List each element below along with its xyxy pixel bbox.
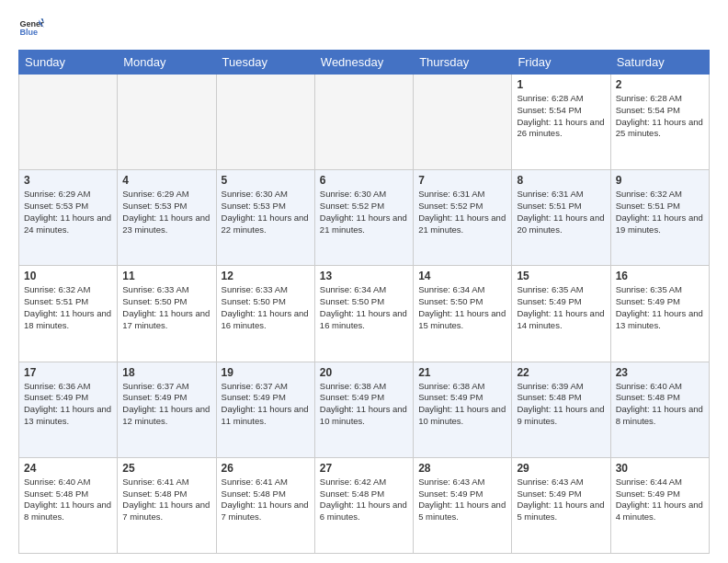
day-number: 19: [222, 366, 310, 379]
day-number: 10: [24, 270, 112, 282]
weekday-header-tuesday: Tuesday: [216, 51, 314, 75]
day-cell-21: 21Sunrise: 6:38 AMSunset: 5:49 PMDayligh…: [414, 362, 512, 457]
day-cell-4: 4Sunrise: 6:29 AMSunset: 5:53 PMDaylight…: [118, 170, 216, 266]
day-number: 26: [222, 462, 310, 475]
day-number: 27: [320, 462, 408, 475]
day-cell-9: 9Sunrise: 6:32 AMSunset: 5:51 PMDaylight…: [610, 170, 709, 266]
day-number: 17: [24, 366, 112, 379]
day-cell-8: 8Sunrise: 6:31 AMSunset: 5:51 PMDaylight…: [512, 170, 610, 266]
day-number: 6: [320, 174, 408, 187]
day-number: 18: [122, 366, 210, 379]
day-number: 11: [122, 270, 210, 282]
weekday-header-monday: Monday: [118, 51, 216, 75]
day-cell-11: 11Sunrise: 6:33 AMSunset: 5:50 PMDayligh…: [118, 266, 216, 362]
empty-cell: [216, 75, 314, 170]
day-info: Sunrise: 6:35 AMSunset: 5:49 PMDaylight:…: [517, 284, 605, 331]
svg-text:Blue: Blue: [19, 28, 38, 37]
day-info: Sunrise: 6:33 AMSunset: 5:50 PMDaylight:…: [222, 284, 310, 331]
day-number: 29: [517, 462, 605, 475]
day-info: Sunrise: 6:42 AMSunset: 5:48 PMDaylight:…: [320, 477, 408, 523]
day-info: Sunrise: 6:37 AMSunset: 5:49 PMDaylight:…: [122, 381, 210, 428]
day-info: Sunrise: 6:32 AMSunset: 5:51 PMDaylight:…: [616, 189, 704, 236]
calendar-week-2: 3Sunrise: 6:29 AMSunset: 5:53 PMDaylight…: [19, 170, 710, 266]
day-info: Sunrise: 6:40 AMSunset: 5:48 PMDaylight:…: [24, 477, 112, 523]
day-number: 28: [418, 462, 506, 475]
day-cell-7: 7Sunrise: 6:31 AMSunset: 5:52 PMDaylight…: [414, 170, 512, 266]
day-number: 8: [517, 174, 605, 187]
day-info: Sunrise: 6:31 AMSunset: 5:51 PMDaylight:…: [517, 189, 605, 236]
day-info: Sunrise: 6:34 AMSunset: 5:50 PMDaylight:…: [320, 284, 408, 331]
logo-icon: General Blue: [18, 15, 44, 40]
weekday-header-wednesday: Wednesday: [314, 51, 413, 75]
day-cell-6: 6Sunrise: 6:30 AMSunset: 5:52 PMDaylight…: [314, 170, 413, 266]
day-info: Sunrise: 6:30 AMSunset: 5:52 PMDaylight:…: [320, 189, 408, 236]
day-info: Sunrise: 6:44 AMSunset: 5:49 PMDaylight:…: [616, 477, 704, 523]
weekday-header-row: SundayMondayTuesdayWednesdayThursdayFrid…: [19, 51, 710, 75]
day-info: Sunrise: 6:35 AMSunset: 5:49 PMDaylight:…: [616, 284, 704, 331]
day-number: 21: [418, 366, 506, 379]
day-number: 30: [616, 462, 704, 475]
day-info: Sunrise: 6:28 AMSunset: 5:54 PMDaylight:…: [517, 93, 605, 140]
day-cell-22: 22Sunrise: 6:39 AMSunset: 5:48 PMDayligh…: [512, 362, 610, 457]
empty-cell: [414, 75, 512, 170]
day-number: 23: [616, 366, 704, 379]
day-info: Sunrise: 6:36 AMSunset: 5:49 PMDaylight:…: [24, 381, 112, 428]
day-info: Sunrise: 6:41 AMSunset: 5:48 PMDaylight:…: [122, 477, 210, 523]
day-info: Sunrise: 6:39 AMSunset: 5:48 PMDaylight:…: [517, 381, 605, 428]
day-cell-2: 2Sunrise: 6:28 AMSunset: 5:54 PMDaylight…: [610, 75, 709, 170]
day-cell-12: 12Sunrise: 6:33 AMSunset: 5:50 PMDayligh…: [216, 266, 314, 362]
day-info: Sunrise: 6:38 AMSunset: 5:49 PMDaylight:…: [320, 381, 408, 428]
day-info: Sunrise: 6:40 AMSunset: 5:48 PMDaylight:…: [616, 381, 704, 428]
day-cell-25: 25Sunrise: 6:41 AMSunset: 5:48 PMDayligh…: [118, 457, 216, 553]
calendar-table: SundayMondayTuesdayWednesdayThursdayFrid…: [18, 50, 710, 554]
day-cell-28: 28Sunrise: 6:43 AMSunset: 5:49 PMDayligh…: [414, 457, 512, 553]
page: General Blue SundayMondayTuesdayWednesda…: [0, 0, 728, 563]
day-cell-24: 24Sunrise: 6:40 AMSunset: 5:48 PMDayligh…: [19, 457, 118, 553]
day-cell-26: 26Sunrise: 6:41 AMSunset: 5:48 PMDayligh…: [216, 457, 314, 553]
day-cell-20: 20Sunrise: 6:38 AMSunset: 5:49 PMDayligh…: [314, 362, 413, 457]
day-cell-16: 16Sunrise: 6:35 AMSunset: 5:49 PMDayligh…: [610, 266, 709, 362]
day-number: 3: [24, 174, 112, 187]
empty-cell: [314, 75, 413, 170]
day-cell-29: 29Sunrise: 6:43 AMSunset: 5:49 PMDayligh…: [512, 457, 610, 553]
day-number: 15: [517, 270, 605, 282]
day-number: 9: [616, 174, 704, 187]
header: General Blue: [18, 15, 710, 40]
day-info: Sunrise: 6:31 AMSunset: 5:52 PMDaylight:…: [418, 189, 506, 236]
day-info: Sunrise: 6:28 AMSunset: 5:54 PMDaylight:…: [616, 93, 704, 140]
day-number: 20: [320, 366, 408, 379]
day-info: Sunrise: 6:29 AMSunset: 5:53 PMDaylight:…: [24, 189, 112, 236]
day-cell-13: 13Sunrise: 6:34 AMSunset: 5:50 PMDayligh…: [314, 266, 413, 362]
day-info: Sunrise: 6:38 AMSunset: 5:49 PMDaylight:…: [418, 381, 506, 428]
day-info: Sunrise: 6:29 AMSunset: 5:53 PMDaylight:…: [122, 189, 210, 236]
weekday-header-saturday: Saturday: [610, 51, 709, 75]
day-info: Sunrise: 6:33 AMSunset: 5:50 PMDaylight:…: [122, 284, 210, 331]
day-number: 1: [517, 78, 605, 91]
day-number: 24: [24, 462, 112, 475]
calendar-week-5: 24Sunrise: 6:40 AMSunset: 5:48 PMDayligh…: [19, 457, 710, 553]
day-number: 14: [418, 270, 506, 282]
empty-cell: [19, 75, 118, 170]
logo: General Blue: [18, 15, 48, 40]
calendar-week-3: 10Sunrise: 6:32 AMSunset: 5:51 PMDayligh…: [19, 266, 710, 362]
day-cell-3: 3Sunrise: 6:29 AMSunset: 5:53 PMDaylight…: [19, 170, 118, 266]
day-cell-17: 17Sunrise: 6:36 AMSunset: 5:49 PMDayligh…: [19, 362, 118, 457]
day-cell-1: 1Sunrise: 6:28 AMSunset: 5:54 PMDaylight…: [512, 75, 610, 170]
day-cell-23: 23Sunrise: 6:40 AMSunset: 5:48 PMDayligh…: [610, 362, 709, 457]
day-info: Sunrise: 6:41 AMSunset: 5:48 PMDaylight:…: [222, 477, 310, 523]
day-number: 22: [517, 366, 605, 379]
day-cell-18: 18Sunrise: 6:37 AMSunset: 5:49 PMDayligh…: [118, 362, 216, 457]
day-info: Sunrise: 6:37 AMSunset: 5:49 PMDaylight:…: [222, 381, 310, 428]
calendar-week-4: 17Sunrise: 6:36 AMSunset: 5:49 PMDayligh…: [19, 362, 710, 457]
weekday-header-sunday: Sunday: [19, 51, 118, 75]
day-info: Sunrise: 6:30 AMSunset: 5:53 PMDaylight:…: [222, 189, 310, 236]
calendar-week-1: 1Sunrise: 6:28 AMSunset: 5:54 PMDaylight…: [19, 75, 710, 170]
weekday-header-friday: Friday: [512, 51, 610, 75]
day-cell-15: 15Sunrise: 6:35 AMSunset: 5:49 PMDayligh…: [512, 266, 610, 362]
day-number: 7: [418, 174, 506, 187]
day-number: 5: [222, 174, 310, 187]
day-cell-14: 14Sunrise: 6:34 AMSunset: 5:50 PMDayligh…: [414, 266, 512, 362]
day-cell-5: 5Sunrise: 6:30 AMSunset: 5:53 PMDaylight…: [216, 170, 314, 266]
day-cell-27: 27Sunrise: 6:42 AMSunset: 5:48 PMDayligh…: [314, 457, 413, 553]
weekday-header-thursday: Thursday: [414, 51, 512, 75]
